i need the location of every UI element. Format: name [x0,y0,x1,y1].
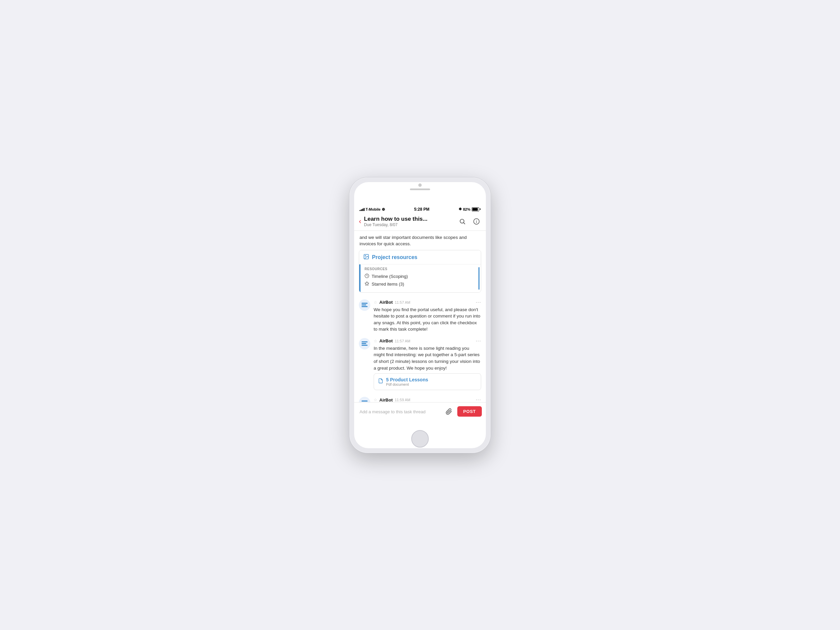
message-2-header: ☆ AirBot 11:57 AM ··· [374,338,481,344]
star-empty-icon [365,281,369,287]
star-button-2[interactable]: ☆ [374,339,377,343]
message-2-time: 11:57 AM [395,339,410,343]
search-icon [459,218,466,225]
bluetooth-icon: ✱ [459,207,462,212]
doc-card-product-lessons[interactable]: 5 Product Lessons Pdf document [374,373,481,390]
time-display: 5:28 PM [414,207,429,212]
carrier-text: T-Mobile [366,207,381,212]
message-2-text: In the meantime, here is some light read… [374,345,481,371]
resource-label: RESOURCES [365,267,477,271]
message-3-content: ☆ AirBot 11:59 AM ··· Alex marked this t… [374,397,481,402]
resource-card-header: Project resources [359,250,481,264]
resource-starred-text: Starred items (3) [372,281,404,287]
attach-button[interactable] [443,406,455,417]
resource-image-icon [363,254,369,261]
nav-actions [458,217,481,226]
status-left: T-Mobile ⊕ [360,207,385,212]
home-button[interactable] [411,430,429,448]
info-button[interactable] [472,217,481,226]
wifi-icon: ⊕ [382,207,385,212]
message-3-more-button[interactable]: ··· [476,397,481,402]
message-input[interactable]: Add a message to this task thread [358,408,441,415]
message-2-author: AirBot [379,338,393,343]
message-3-time: 11:59 AM [395,398,410,402]
phone-screen-container: T-Mobile ⊕ 5:28 PM ✱ 82% ‹ [354,182,486,448]
message-1-content: ☆ AirBot 11:57 AM ··· We hope you find t… [374,299,481,333]
post-button[interactable]: POST [457,406,482,417]
message-1: ☆ AirBot 11:57 AM ··· We hope you find t… [354,297,486,335]
svg-point-6 [365,255,366,256]
message-1-author: AirBot [379,300,393,305]
app-screen: T-Mobile ⊕ 5:28 PM ✱ 82% ‹ [354,205,486,421]
front-camera [418,183,422,187]
doc-title: 5 Product Lessons [386,377,477,382]
message-placeholder: Add a message to this task thread [360,409,426,414]
status-right: ✱ 82% [459,207,480,212]
main-content: and we will star important documents lik… [354,231,486,402]
message-2: ☆ AirBot 11:57 AM ··· In the meantime, h… [354,335,486,394]
status-bar: T-Mobile ⊕ 5:28 PM ✱ 82% [354,205,486,213]
search-button[interactable] [458,217,467,226]
due-date: Due Tuesday, 8/07 [364,223,458,227]
svg-marker-8 [365,281,369,285]
resource-card-title[interactable]: Project resources [372,254,417,261]
message-2-content: ☆ AirBot 11:57 AM ··· In the meantime, h… [374,338,481,392]
resource-timeline-text: Timeline (Scoping) [372,274,408,279]
message-1-header: ☆ AirBot 11:57 AM ··· [374,299,481,305]
star-button-1[interactable]: ☆ [374,300,377,305]
message-3-header: ☆ AirBot 11:59 AM ··· [374,397,481,402]
project-resources-card[interactable]: Project resources RESOURCES [359,250,481,293]
message-1-more-button[interactable]: ··· [476,299,481,305]
nav-title-area: Learn how to use this... Due Tuesday, 8/… [364,216,458,227]
speaker-area [410,183,430,190]
airbot-wave-icon-3 [360,399,369,402]
paperclip-icon [445,408,452,415]
message-1-text: We hope you find the portal useful, and … [374,306,481,333]
battery-indicator [472,207,480,212]
message-1-time: 11:57 AM [395,300,410,305]
airbot-wave-icon [360,302,369,308]
nav-bar: ‹ Learn how to use this... Due Tuesday, … [354,213,486,231]
back-button[interactable]: ‹ [359,217,361,226]
info-icon [473,218,480,225]
doc-info: 5 Product Lessons Pdf document [386,377,477,387]
message-2-more-button[interactable]: ··· [476,338,481,344]
signal-icon [360,207,365,211]
input-bar: Add a message to this task thread POST [354,402,486,421]
message-3-author: AirBot [379,398,393,402]
doc-type: Pdf document [386,382,477,387]
resource-left-accent [359,264,360,292]
airbot-avatar-1 [359,299,370,311]
clock-icon [365,273,369,279]
airbot-wave-icon-2 [360,340,369,347]
scroll-indicator [478,267,480,290]
resource-item-starred[interactable]: Starred items (3) [365,281,477,287]
document-icon [378,378,384,386]
star-button-3[interactable]: ☆ [374,398,377,402]
message-3: ☆ AirBot 11:59 AM ··· Alex marked this t… [354,394,486,402]
resource-card-body: RESOURCES Timeline (Scoping) [359,264,481,292]
intro-text: and we will star important documents lik… [354,231,486,250]
phone-frame: T-Mobile ⊕ 5:28 PM ✱ 82% ‹ [349,177,491,453]
battery-percent: 82% [463,207,471,212]
earpiece-speaker [410,188,430,190]
resource-item-timeline[interactable]: Timeline (Scoping) [365,273,477,279]
page-title: Learn how to use this... [364,216,458,223]
airbot-avatar-3 [359,397,370,402]
airbot-avatar-2 [359,338,370,349]
svg-line-1 [464,223,465,224]
